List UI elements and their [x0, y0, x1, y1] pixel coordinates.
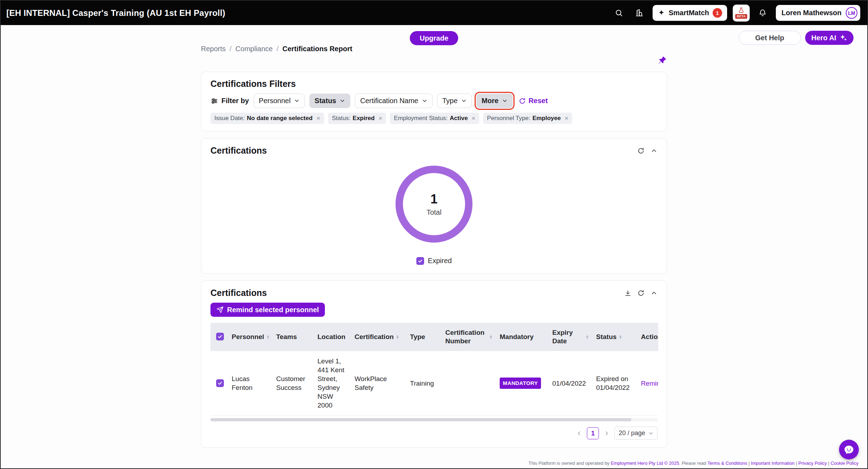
table-row: Lucas Fenton Customer Success Level 1, 4… — [210, 351, 658, 416]
chart-card-title: Certifications — [210, 146, 267, 156]
beta-feature-button[interactable]: BETA — [733, 5, 750, 22]
chat-bubble-icon — [844, 444, 854, 455]
horizontal-scrollbar[interactable] — [210, 418, 658, 421]
company-link[interactable]: Employment Hero Pty Ltd © 2025 — [611, 461, 679, 466]
page-size-value: 20 / page — [619, 429, 645, 437]
filter-row: Filter by Personnel Status Certification… — [210, 94, 658, 108]
row-checkbox[interactable] — [216, 379, 224, 387]
collapse-button[interactable] — [650, 147, 658, 154]
page-size-select[interactable]: 20 / page — [614, 427, 658, 440]
collapse-button[interactable] — [650, 290, 658, 297]
main-content: Certifications Filters Filter by Personn… — [201, 72, 667, 448]
close-icon[interactable]: × — [472, 115, 476, 121]
terms-link[interactable]: Terms & Conditions — [707, 461, 747, 466]
prev-page-button[interactable] — [576, 430, 582, 437]
notifications-button[interactable] — [755, 6, 770, 20]
remind-link[interactable]: Remind — [641, 380, 658, 387]
chat-button[interactable] — [839, 440, 859, 459]
sort-icon[interactable]: ▲▼ — [396, 335, 399, 339]
breadcrumb-reports[interactable]: Reports — [201, 45, 226, 53]
footer: This Platform is owned and operated by E… — [529, 461, 858, 466]
legend-expired-checkbox[interactable] — [416, 257, 424, 265]
hero-ai-button[interactable]: Hero AI — [805, 31, 854, 45]
breadcrumb: Reports / Compliance / Certifications Re… — [201, 45, 352, 53]
privacy-link[interactable]: Privacy Policy — [798, 461, 827, 466]
chevron-down-icon — [340, 98, 345, 103]
select-all-header — [210, 323, 228, 351]
user-menu-button[interactable]: Loren Mathewson LM — [776, 5, 860, 21]
column-mandatory: Mandatory — [496, 323, 549, 351]
close-icon[interactable]: × — [316, 115, 320, 121]
breadcrumb-separator: / — [277, 45, 279, 53]
table-card-title: Certifications — [210, 288, 267, 298]
get-help-button[interactable]: Get Help — [739, 31, 801, 45]
remind-selected-button[interactable]: Remind selected personnel — [210, 303, 325, 317]
certifications-table-card: Certifications Remind selected personnel — [201, 280, 667, 448]
org-title: [EH INTERNAL] Casper's Training (AU 1st … — [6, 8, 225, 18]
page-header: Upgrade Get Help Hero AI Reports / Compl… — [1, 25, 867, 72]
filter-personnel-label: Personnel — [259, 97, 291, 105]
filter-status-button[interactable]: Status — [309, 94, 350, 108]
close-icon[interactable]: × — [379, 115, 382, 121]
chart-legend: Expired — [210, 257, 658, 265]
filter-type-button[interactable]: Type — [437, 94, 472, 108]
reset-label: Reset — [529, 97, 548, 105]
flask-icon — [738, 7, 744, 13]
refresh-button[interactable] — [637, 290, 644, 297]
column-certification-number[interactable]: Certification Number▲▼ — [442, 323, 496, 351]
reset-filters-button[interactable]: Reset — [519, 97, 548, 105]
filter-certification-name-button[interactable]: Certification Name — [355, 94, 433, 108]
column-status[interactable]: Status▲▼ — [593, 323, 637, 351]
header-actions: Get Help Hero AI — [739, 31, 854, 45]
important-info-link[interactable]: Important Information — [751, 461, 795, 466]
filter-personnel-button[interactable]: Personnel — [254, 94, 305, 108]
chip-status: Status:Expired × — [328, 113, 386, 124]
smartmatch-label: SmartMatch — [669, 9, 709, 17]
column-personnel[interactable]: Personnel▲▼ — [228, 323, 273, 351]
breadcrumb-compliance[interactable]: Compliance — [236, 45, 273, 53]
scrollbar-thumb[interactable] — [210, 418, 631, 421]
cell-location: Level 1, 441 Kent Street, Sydney NSW 200… — [314, 351, 351, 416]
send-icon — [216, 306, 224, 313]
sort-icon[interactable]: ▲▼ — [585, 335, 589, 339]
next-page-button[interactable] — [604, 430, 610, 437]
bell-icon — [759, 9, 767, 17]
reset-icon — [519, 97, 526, 105]
column-location: Location — [314, 323, 351, 351]
refresh-button[interactable] — [637, 147, 644, 154]
company-switcher-button[interactable] — [632, 6, 647, 20]
page-1-button[interactable]: 1 — [587, 427, 599, 439]
chevron-down-icon — [461, 98, 466, 103]
column-teams: Teams — [273, 323, 314, 351]
sort-icon[interactable]: ▲▼ — [619, 335, 622, 339]
select-all-checkbox[interactable] — [216, 333, 224, 340]
column-certification[interactable]: Certification▲▼ — [351, 323, 406, 351]
close-icon[interactable]: × — [565, 115, 569, 121]
breadcrumb-separator: / — [230, 45, 232, 53]
filter-more-button[interactable]: More — [476, 94, 513, 108]
topbar: [EH INTERNAL] Casper's Training (AU 1st … — [1, 1, 867, 25]
search-button[interactable] — [612, 6, 626, 20]
column-expiry-date[interactable]: Expiry Date▲▼ — [549, 323, 593, 351]
filter-by: Filter by — [210, 97, 249, 105]
cell-teams: Customer Success — [273, 351, 314, 416]
smartmatch-count-badge: 1 — [713, 8, 722, 18]
sparkles-icon — [839, 34, 847, 42]
topbar-actions: SmartMatch 1 BETA Loren Mathewson LM — [612, 5, 861, 22]
sort-icon[interactable]: ▲▼ — [266, 335, 270, 339]
smartmatch-button[interactable]: SmartMatch 1 — [653, 5, 727, 21]
cell-status: Expired on 01/04/2022 — [593, 351, 637, 416]
cell-certification: WorkPlace Safety — [351, 351, 406, 416]
row-select-cell — [210, 351, 228, 416]
chevron-down-icon — [502, 98, 507, 103]
donut-total-label: Total — [427, 208, 441, 216]
download-button[interactable] — [624, 290, 631, 297]
filters-title: Certifications Filters — [210, 79, 658, 89]
legend-expired-label: Expired — [428, 257, 452, 265]
sort-icon[interactable]: ▲▼ — [489, 335, 493, 339]
cookie-link[interactable]: Cookie Policy — [831, 461, 858, 466]
filter-by-label: Filter by — [221, 97, 249, 105]
chevron-down-icon — [422, 98, 427, 103]
chevron-down-icon — [648, 431, 653, 436]
app-window: [EH INTERNAL] Casper's Training (AU 1st … — [0, 0, 868, 469]
